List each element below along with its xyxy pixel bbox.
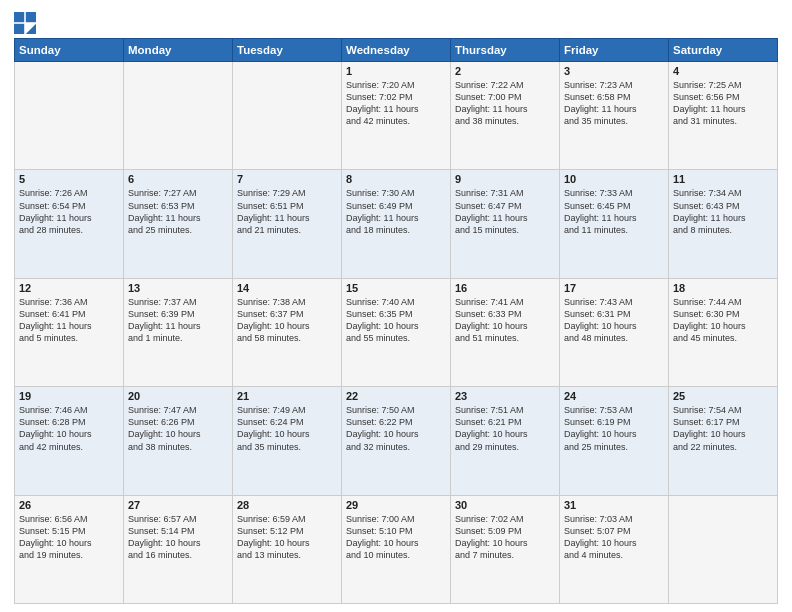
day-cell: 15Sunrise: 7:40 AMSunset: 6:35 PMDayligh… [342, 278, 451, 386]
day-cell: 1Sunrise: 7:20 AMSunset: 7:02 PMDaylight… [342, 62, 451, 170]
day-number: 5 [19, 173, 119, 185]
day-cell: 25Sunrise: 7:54 AMSunset: 6:17 PMDayligh… [669, 387, 778, 495]
day-cell: 13Sunrise: 7:37 AMSunset: 6:39 PMDayligh… [124, 278, 233, 386]
day-info: Sunrise: 7:22 AMSunset: 7:00 PMDaylight:… [455, 79, 555, 128]
day-number: 9 [455, 173, 555, 185]
day-info: Sunrise: 7:20 AMSunset: 7:02 PMDaylight:… [346, 79, 446, 128]
day-cell: 16Sunrise: 7:41 AMSunset: 6:33 PMDayligh… [451, 278, 560, 386]
day-info: Sunrise: 7:46 AMSunset: 6:28 PMDaylight:… [19, 404, 119, 453]
day-info: Sunrise: 7:36 AMSunset: 6:41 PMDaylight:… [19, 296, 119, 345]
day-info: Sunrise: 7:40 AMSunset: 6:35 PMDaylight:… [346, 296, 446, 345]
weekday-header-monday: Monday [124, 39, 233, 62]
day-info: Sunrise: 7:33 AMSunset: 6:45 PMDaylight:… [564, 187, 664, 236]
day-number: 2 [455, 65, 555, 77]
day-number: 23 [455, 390, 555, 402]
day-number: 13 [128, 282, 228, 294]
day-number: 11 [673, 173, 773, 185]
week-row-1: 1Sunrise: 7:20 AMSunset: 7:02 PMDaylight… [15, 62, 778, 170]
day-cell: 22Sunrise: 7:50 AMSunset: 6:22 PMDayligh… [342, 387, 451, 495]
week-row-4: 19Sunrise: 7:46 AMSunset: 6:28 PMDayligh… [15, 387, 778, 495]
day-number: 10 [564, 173, 664, 185]
day-info: Sunrise: 7:23 AMSunset: 6:58 PMDaylight:… [564, 79, 664, 128]
day-number: 26 [19, 499, 119, 511]
day-number: 12 [19, 282, 119, 294]
day-cell: 12Sunrise: 7:36 AMSunset: 6:41 PMDayligh… [15, 278, 124, 386]
day-cell: 2Sunrise: 7:22 AMSunset: 7:00 PMDaylight… [451, 62, 560, 170]
day-cell: 5Sunrise: 7:26 AMSunset: 6:54 PMDaylight… [15, 170, 124, 278]
day-info: Sunrise: 7:29 AMSunset: 6:51 PMDaylight:… [237, 187, 337, 236]
logo-icon [14, 12, 36, 34]
day-number: 24 [564, 390, 664, 402]
day-number: 30 [455, 499, 555, 511]
day-number: 28 [237, 499, 337, 511]
day-info: Sunrise: 7:03 AMSunset: 5:07 PMDaylight:… [564, 513, 664, 562]
day-info: Sunrise: 7:02 AMSunset: 5:09 PMDaylight:… [455, 513, 555, 562]
day-number: 18 [673, 282, 773, 294]
day-cell: 20Sunrise: 7:47 AMSunset: 6:26 PMDayligh… [124, 387, 233, 495]
header [14, 10, 778, 34]
svg-marker-3 [26, 24, 36, 34]
day-number: 20 [128, 390, 228, 402]
day-number: 4 [673, 65, 773, 77]
day-cell: 9Sunrise: 7:31 AMSunset: 6:47 PMDaylight… [451, 170, 560, 278]
day-number: 16 [455, 282, 555, 294]
weekday-header-tuesday: Tuesday [233, 39, 342, 62]
day-info: Sunrise: 7:00 AMSunset: 5:10 PMDaylight:… [346, 513, 446, 562]
day-number: 25 [673, 390, 773, 402]
day-number: 21 [237, 390, 337, 402]
day-info: Sunrise: 6:59 AMSunset: 5:12 PMDaylight:… [237, 513, 337, 562]
day-info: Sunrise: 7:50 AMSunset: 6:22 PMDaylight:… [346, 404, 446, 453]
day-cell [669, 495, 778, 603]
day-cell: 31Sunrise: 7:03 AMSunset: 5:07 PMDayligh… [560, 495, 669, 603]
weekday-header-row: SundayMondayTuesdayWednesdayThursdayFrid… [15, 39, 778, 62]
day-number: 3 [564, 65, 664, 77]
day-cell: 30Sunrise: 7:02 AMSunset: 5:09 PMDayligh… [451, 495, 560, 603]
day-info: Sunrise: 6:57 AMSunset: 5:14 PMDaylight:… [128, 513, 228, 562]
day-cell: 3Sunrise: 7:23 AMSunset: 6:58 PMDaylight… [560, 62, 669, 170]
day-info: Sunrise: 7:47 AMSunset: 6:26 PMDaylight:… [128, 404, 228, 453]
weekday-header-saturday: Saturday [669, 39, 778, 62]
day-cell: 10Sunrise: 7:33 AMSunset: 6:45 PMDayligh… [560, 170, 669, 278]
day-info: Sunrise: 7:26 AMSunset: 6:54 PMDaylight:… [19, 187, 119, 236]
day-cell: 7Sunrise: 7:29 AMSunset: 6:51 PMDaylight… [233, 170, 342, 278]
day-number: 8 [346, 173, 446, 185]
day-number: 1 [346, 65, 446, 77]
weekday-header-thursday: Thursday [451, 39, 560, 62]
day-number: 15 [346, 282, 446, 294]
day-cell: 29Sunrise: 7:00 AMSunset: 5:10 PMDayligh… [342, 495, 451, 603]
day-cell [233, 62, 342, 170]
weekday-header-sunday: Sunday [15, 39, 124, 62]
day-info: Sunrise: 7:31 AMSunset: 6:47 PMDaylight:… [455, 187, 555, 236]
day-number: 17 [564, 282, 664, 294]
svg-rect-1 [26, 12, 36, 22]
day-cell: 6Sunrise: 7:27 AMSunset: 6:53 PMDaylight… [124, 170, 233, 278]
day-cell: 18Sunrise: 7:44 AMSunset: 6:30 PMDayligh… [669, 278, 778, 386]
day-cell [15, 62, 124, 170]
day-cell: 4Sunrise: 7:25 AMSunset: 6:56 PMDaylight… [669, 62, 778, 170]
day-number: 31 [564, 499, 664, 511]
day-info: Sunrise: 7:34 AMSunset: 6:43 PMDaylight:… [673, 187, 773, 236]
day-number: 7 [237, 173, 337, 185]
day-info: Sunrise: 7:37 AMSunset: 6:39 PMDaylight:… [128, 296, 228, 345]
week-row-2: 5Sunrise: 7:26 AMSunset: 6:54 PMDaylight… [15, 170, 778, 278]
day-info: Sunrise: 7:51 AMSunset: 6:21 PMDaylight:… [455, 404, 555, 453]
day-cell: 21Sunrise: 7:49 AMSunset: 6:24 PMDayligh… [233, 387, 342, 495]
day-cell: 14Sunrise: 7:38 AMSunset: 6:37 PMDayligh… [233, 278, 342, 386]
weekday-header-wednesday: Wednesday [342, 39, 451, 62]
day-cell: 19Sunrise: 7:46 AMSunset: 6:28 PMDayligh… [15, 387, 124, 495]
day-info: Sunrise: 7:53 AMSunset: 6:19 PMDaylight:… [564, 404, 664, 453]
day-info: Sunrise: 7:41 AMSunset: 6:33 PMDaylight:… [455, 296, 555, 345]
day-info: Sunrise: 7:38 AMSunset: 6:37 PMDaylight:… [237, 296, 337, 345]
week-row-3: 12Sunrise: 7:36 AMSunset: 6:41 PMDayligh… [15, 278, 778, 386]
logo [14, 12, 39, 34]
day-info: Sunrise: 7:44 AMSunset: 6:30 PMDaylight:… [673, 296, 773, 345]
day-info: Sunrise: 7:25 AMSunset: 6:56 PMDaylight:… [673, 79, 773, 128]
day-info: Sunrise: 7:54 AMSunset: 6:17 PMDaylight:… [673, 404, 773, 453]
day-number: 22 [346, 390, 446, 402]
calendar-table: SundayMondayTuesdayWednesdayThursdayFrid… [14, 38, 778, 604]
day-cell: 26Sunrise: 6:56 AMSunset: 5:15 PMDayligh… [15, 495, 124, 603]
svg-rect-0 [14, 12, 24, 22]
day-info: Sunrise: 7:27 AMSunset: 6:53 PMDaylight:… [128, 187, 228, 236]
day-info: Sunrise: 7:30 AMSunset: 6:49 PMDaylight:… [346, 187, 446, 236]
day-info: Sunrise: 6:56 AMSunset: 5:15 PMDaylight:… [19, 513, 119, 562]
